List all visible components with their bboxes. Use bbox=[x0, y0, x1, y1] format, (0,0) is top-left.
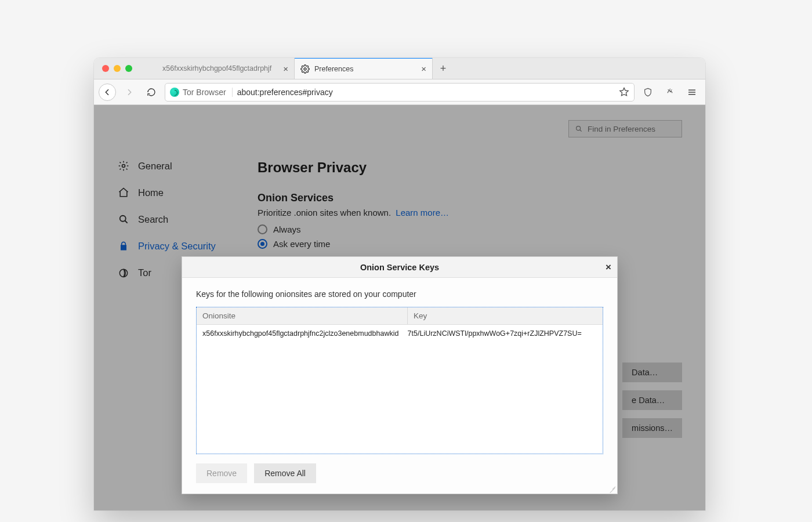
tab-onionsite[interactable]: x56fxxskirhybchgpof45flgctadrphjf × bbox=[157, 58, 295, 79]
minimize-window-icon[interactable] bbox=[114, 65, 121, 72]
url-text: about:preferences#privacy bbox=[237, 88, 333, 97]
tab-title: x56fxxskirhybchgpof45flgctadrphjf bbox=[162, 64, 278, 72]
column-key[interactable]: Key bbox=[408, 307, 603, 324]
close-tab-icon[interactable]: × bbox=[283, 64, 288, 74]
window-controls bbox=[94, 58, 157, 79]
new-tab-button[interactable]: + bbox=[433, 58, 454, 79]
url-bar[interactable]: Tor Browser about:preferences#privacy bbox=[165, 83, 635, 102]
dialog-title: Onion Service Keys bbox=[360, 263, 439, 272]
gear-icon bbox=[300, 64, 310, 74]
svg-point-0 bbox=[304, 68, 306, 70]
column-onionsite[interactable]: Onionsite bbox=[197, 307, 408, 324]
navigation-toolbar: Tor Browser about:preferences#privacy bbox=[94, 79, 705, 105]
close-window-icon[interactable] bbox=[102, 65, 109, 72]
tab-title: Preferences bbox=[314, 65, 416, 73]
hamburger-menu-icon[interactable] bbox=[683, 84, 701, 101]
reload-button[interactable] bbox=[143, 84, 160, 101]
onion-keys-table[interactable]: Onionsite Key x56fxxskirhybchgpof45flgct… bbox=[196, 307, 603, 454]
dialog-footer: Remove Remove All bbox=[182, 454, 617, 494]
table-header: Onionsite Key bbox=[197, 307, 603, 325]
close-icon[interactable]: × bbox=[606, 262, 611, 273]
onion-service-keys-dialog: Onion Service Keys × Keys for the follow… bbox=[182, 256, 618, 494]
cell-onionsite: x56fxxskirhybchgpof45flgctadrphjfnc2jclz… bbox=[202, 329, 408, 338]
cell-key: 7t5/LiUrzNCiWSTl/ppxhwWoG+7zqi+rZJlZHPVZ… bbox=[408, 329, 597, 338]
tab-strip: x56fxxskirhybchgpof45flgctadrphjf × Pref… bbox=[94, 58, 705, 79]
dialog-description: Keys for the following onionsites are st… bbox=[196, 289, 603, 299]
tab-preferences[interactable]: Preferences × bbox=[295, 58, 433, 79]
resize-grip-icon[interactable] bbox=[609, 485, 616, 492]
zoom-window-icon[interactable] bbox=[125, 65, 132, 72]
remove-all-button[interactable]: Remove All bbox=[254, 463, 316, 483]
table-row[interactable]: x56fxxskirhybchgpof45flgctadrphjfnc2jclz… bbox=[197, 325, 603, 343]
tor-icon bbox=[170, 88, 179, 97]
security-level-icon[interactable] bbox=[661, 84, 679, 101]
identity-label: Tor Browser bbox=[183, 88, 226, 97]
dialog-header: Onion Service Keys × bbox=[182, 257, 617, 278]
star-icon[interactable] bbox=[619, 87, 629, 97]
close-tab-icon[interactable]: × bbox=[421, 64, 426, 74]
shield-icon[interactable] bbox=[639, 84, 657, 101]
identity-box[interactable]: Tor Browser bbox=[170, 88, 233, 97]
browser-window: x56fxxskirhybchgpof45flgctadrphjf × Pref… bbox=[94, 58, 705, 510]
forward-button[interactable] bbox=[121, 84, 138, 101]
remove-button[interactable]: Remove bbox=[196, 463, 247, 483]
back-button[interactable] bbox=[99, 84, 116, 101]
